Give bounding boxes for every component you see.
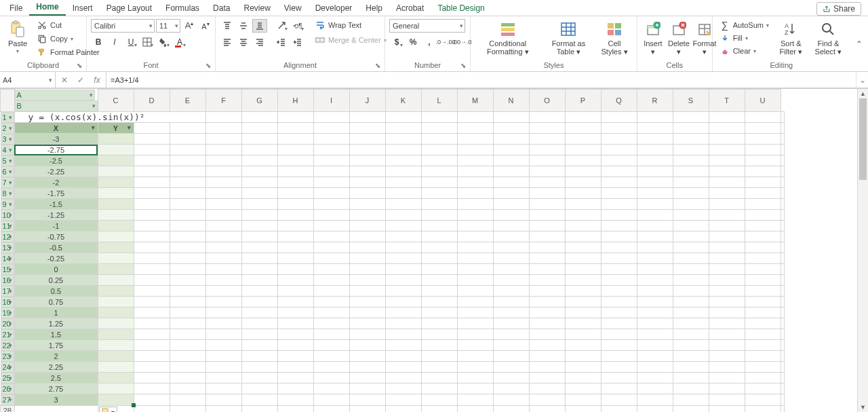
- cell-B26[interactable]: [98, 383, 134, 394]
- cell-H20[interactable]: [313, 318, 349, 329]
- row-header-2[interactable]: 2: [1, 123, 14, 134]
- cell-I20[interactable]: [349, 318, 385, 329]
- cell-L7[interactable]: [457, 177, 493, 188]
- cell-U24[interactable]: [781, 362, 784, 373]
- cell-F18[interactable]: [241, 297, 277, 307]
- cell-R27[interactable]: [673, 394, 709, 406]
- cell-E20[interactable]: [205, 318, 241, 329]
- cell-E23[interactable]: [205, 351, 241, 362]
- cell-T2[interactable]: [745, 123, 781, 134]
- column-header-N[interactable]: N: [493, 90, 529, 112]
- cell-C14[interactable]: [134, 253, 170, 264]
- cell-T19[interactable]: [745, 307, 781, 318]
- cell-T27[interactable]: [745, 394, 781, 406]
- cell-H28[interactable]: [313, 405, 349, 412]
- cell-E19[interactable]: [205, 307, 241, 318]
- cell-R26[interactable]: [673, 383, 709, 394]
- cell-B6[interactable]: [98, 166, 134, 177]
- cell-D12[interactable]: [170, 231, 205, 242]
- cell-B11[interactable]: [98, 221, 134, 231]
- cell-E18[interactable]: [205, 297, 241, 307]
- cell-M18[interactable]: [493, 297, 529, 307]
- cell-D11[interactable]: [170, 221, 205, 231]
- cell-O26[interactable]: [565, 383, 601, 394]
- cell-O22[interactable]: [565, 340, 601, 351]
- cell-C26[interactable]: [134, 383, 170, 394]
- cell-F17[interactable]: [241, 286, 277, 297]
- cell-U7[interactable]: [781, 177, 784, 188]
- cell-N24[interactable]: [529, 362, 565, 373]
- row-header-15[interactable]: 15: [1, 264, 14, 275]
- column-header-I[interactable]: I: [313, 90, 349, 112]
- cell-K24[interactable]: [421, 362, 457, 373]
- cell-U15[interactable]: [781, 264, 784, 275]
- cell-M1[interactable]: [493, 111, 529, 123]
- cell-G8[interactable]: [277, 188, 313, 199]
- cell-O5[interactable]: [565, 155, 601, 166]
- wrap-text-button[interactable]: Wrap Text: [312, 19, 364, 31]
- cell-H2[interactable]: [313, 123, 349, 134]
- cell-P14[interactable]: [601, 253, 637, 264]
- cell-C28[interactable]: [134, 405, 170, 412]
- cell-L6[interactable]: [457, 166, 493, 177]
- align-center-icon[interactable]: [236, 35, 251, 49]
- cell-J11[interactable]: [385, 221, 421, 231]
- cell-M7[interactable]: [493, 177, 529, 188]
- cell-T4[interactable]: [745, 145, 781, 155]
- number-launcher-icon[interactable]: ⬊: [460, 62, 469, 70]
- expand-formula-bar-icon[interactable]: ⌄: [856, 72, 868, 88]
- cell-A25[interactable]: 2.5: [14, 373, 98, 383]
- number-format-select[interactable]: General: [389, 19, 465, 33]
- collapse-ribbon-icon[interactable]: ⌃: [850, 37, 868, 52]
- cell-I4[interactable]: [349, 145, 385, 155]
- cell-Q2[interactable]: [637, 123, 673, 134]
- cell-E21[interactable]: [205, 329, 241, 340]
- cell-P22[interactable]: [601, 340, 637, 351]
- cell-R1[interactable]: [673, 111, 709, 123]
- cell-B24[interactable]: [98, 362, 134, 373]
- cell-K4[interactable]: [421, 145, 457, 155]
- cell-K9[interactable]: [421, 199, 457, 210]
- cell-D4[interactable]: [170, 145, 205, 155]
- text-direction-icon[interactable]: ⟲¶: [290, 19, 305, 33]
- cell-G20[interactable]: [277, 318, 313, 329]
- cell-U3[interactable]: [781, 134, 784, 145]
- cell-U27[interactable]: [781, 394, 784, 406]
- cell-E3[interactable]: [205, 134, 241, 145]
- cell-I18[interactable]: [349, 297, 385, 307]
- cell-K2[interactable]: [421, 123, 457, 134]
- cell-G22[interactable]: [277, 340, 313, 351]
- cell-C2[interactable]: [134, 123, 170, 134]
- cell-M27[interactable]: [493, 394, 529, 406]
- cell-L4[interactable]: [457, 145, 493, 155]
- cell-R14[interactable]: [673, 253, 709, 264]
- cell-D19[interactable]: [170, 307, 205, 318]
- cell-H23[interactable]: [313, 351, 349, 362]
- row-header-1[interactable]: 1: [1, 112, 14, 123]
- cell-F1[interactable]: [241, 111, 277, 123]
- increase-font-icon[interactable]: A▴: [182, 19, 197, 33]
- paste-options-icon[interactable]: ▾: [99, 407, 117, 412]
- cell-O7[interactable]: [565, 177, 601, 188]
- comma-format-icon[interactable]: ,: [422, 35, 437, 49]
- cell-B4[interactable]: [98, 145, 134, 155]
- cell-B22[interactable]: [98, 340, 134, 351]
- cell-K22[interactable]: [421, 340, 457, 351]
- cell-B5[interactable]: [98, 155, 134, 166]
- row-header-4[interactable]: 4: [1, 145, 14, 155]
- cell-A1[interactable]: y = (x.cos(x).sin(x))²: [14, 111, 205, 123]
- cell-G13[interactable]: [277, 242, 313, 253]
- cell-M19[interactable]: [493, 307, 529, 318]
- column-header-G[interactable]: G: [241, 90, 277, 112]
- conditional-formatting-button[interactable]: Conditional Formatting ▾: [475, 19, 541, 57]
- cell-E11[interactable]: [205, 221, 241, 231]
- row-header-26[interactable]: 26: [1, 383, 14, 394]
- borders-button[interactable]: [140, 35, 155, 49]
- cell-B15[interactable]: [98, 264, 134, 275]
- cell-P20[interactable]: [601, 318, 637, 329]
- cell-T9[interactable]: [745, 199, 781, 210]
- row-header-22[interactable]: 22: [1, 340, 14, 351]
- decrease-font-icon[interactable]: A▾: [198, 19, 213, 33]
- insert-cells-button[interactable]: Insert▾: [642, 19, 665, 57]
- cell-S26[interactable]: [709, 383, 745, 394]
